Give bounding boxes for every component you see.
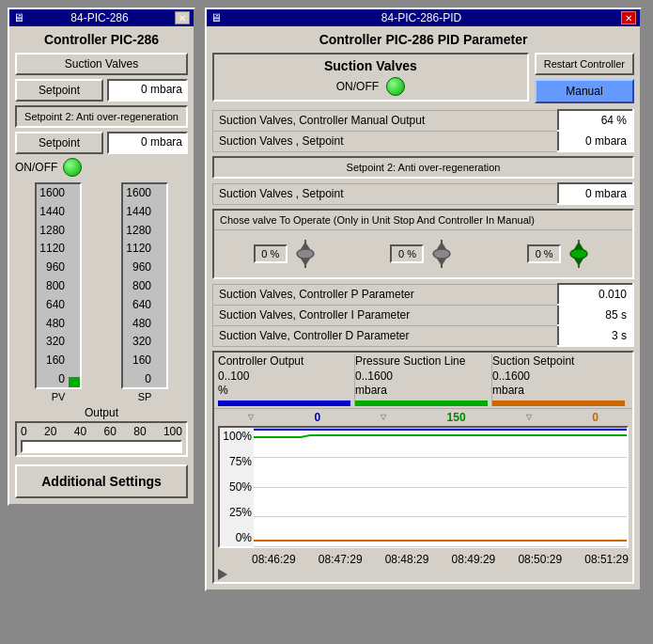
onoff-label: ON/OFF (15, 161, 57, 174)
setpoint2-button[interactable]: Setpoint (15, 132, 103, 154)
data-table-2: Suction Valves , Setpoint 0 mbara (212, 182, 634, 205)
pv-gauge-fill-area (69, 184, 80, 387)
row4-label: Suction Valves, Controller P Parameter (213, 284, 559, 305)
restart-col: Restart Controller Manual (535, 53, 634, 103)
gauge-area: 1600 1440 1280 1120 960 800 640 480 320 … (15, 182, 188, 402)
track-val-1: 0 (314, 411, 320, 424)
output-label: Output (15, 406, 188, 419)
row6-label: Suction Valve, Controller D Parameter (213, 325, 559, 346)
chart-label-col-2: Pressure Suction Line 0..1600 mbara (355, 354, 492, 406)
chart-col1-title: Controller Output (218, 354, 350, 369)
row2-value: 0 mbara (558, 131, 633, 151)
table-row: Suction Valves, Controller I Parameter 8… (213, 305, 634, 325)
onoff-row-right: ON/OFF (218, 77, 523, 96)
right-panel: 🖥 84-PIC-286-PID ✕ Controller PIC-286 PI… (205, 8, 642, 591)
right-close-button[interactable]: ✕ (621, 11, 636, 24)
left-title-bar: 🖥 84-PIC-286 ✕ (9, 9, 194, 26)
setpoint2-label: Setpoint 2: Anti over-regeneration (15, 105, 188, 128)
table-row: Suction Valves , Setpoint 0 mbara (213, 131, 634, 151)
valve3-pct: 0 % (527, 244, 561, 263)
pv-gauge-fill (69, 377, 80, 387)
chart-col2-range: 0..1600 (355, 369, 488, 385)
pv-gauge-ticks: 1600 1440 1280 1120 960 800 640 480 320 … (37, 184, 67, 387)
chart-label-col-3: Suction Setpoint 0..1600 mbara (492, 354, 629, 406)
chart-col2-unit: mbara (355, 384, 488, 399)
svg-marker-2 (301, 242, 310, 249)
chart-x-labels: 08:46:29 08:47:29 08:48:29 08:49:29 08:5… (214, 552, 632, 567)
left-title-bar-text: 84-PIC-286 (70, 11, 128, 24)
left-panel: 🖥 84-PIC-286 ✕ Controller PIC-286 Suctio… (8, 8, 195, 506)
right-title-bar-icon: 🖥 (210, 11, 222, 24)
left-main-title: Controller PIC-286 (15, 32, 188, 47)
track-val-2: 150 (447, 411, 466, 424)
table-row: Suction Valves, Controller P Parameter 0… (213, 284, 634, 305)
triangle1: ▽ (248, 413, 254, 421)
valve2-pct: 0 % (390, 244, 424, 263)
chart-col3-range: 0..1600 (492, 369, 625, 385)
chart-col1-unit: % (218, 384, 350, 399)
setpoint-button[interactable]: Setpoint (15, 79, 103, 102)
manual-button[interactable]: Manual (535, 79, 634, 103)
pv-gauge: 1600 1440 1280 1120 960 800 640 480 320 … (35, 182, 82, 389)
onoff-right-label: ON/OFF (336, 80, 379, 93)
row1-label: Suction Valves, Controller Manual Output (213, 110, 559, 131)
chart-line-indicator-3 (492, 401, 625, 406)
chart-svg (254, 428, 627, 546)
svg-marker-11 (574, 259, 583, 266)
valve3-icon (565, 240, 593, 268)
chart-col2-title: Pressure Suction Line (355, 354, 488, 369)
row2-label: Suction Valves , Setpoint (213, 131, 559, 151)
right-title-bar: 🖥 84-PIC-286-PID ✕ (207, 9, 640, 26)
chart-section: Controller Output 0..100 % Pressure Suct… (212, 351, 634, 584)
data-table-1: Suction Valves, Controller Manual Output… (212, 109, 634, 152)
svg-marker-3 (301, 259, 310, 266)
row1-value: 64 % (558, 110, 633, 131)
svg-point-1 (297, 249, 314, 259)
table-row: Suction Valves , Setpoint 0 mbara (213, 183, 634, 204)
output-section: Output 0 20 40 60 80 100 (15, 406, 188, 457)
valve1-pct: 0 % (254, 244, 288, 263)
chart-y-labels: 100% 75% 50% 25% 0% (220, 428, 254, 546)
suction-box: Suction Valves ON/OFF (212, 53, 529, 102)
chart-line-indicator-1 (218, 401, 350, 406)
row5-label: Suction Valves, Controller I Parameter (213, 305, 559, 325)
row3-label: Suction Valves , Setpoint (213, 183, 559, 204)
valve-item-1: 0 % (254, 240, 319, 268)
svg-marker-10 (574, 242, 583, 249)
suction-header-row: Suction Valves ON/OFF Restart Controller… (212, 53, 634, 103)
valve-section: Chose valve To Operate (Only in Unit Sto… (212, 209, 634, 279)
output-bar-container (21, 440, 182, 453)
left-title-bar-icon: 🖥 (13, 11, 24, 24)
chart-tracking-row: ▽ 0 ▽ 150 ▽ 0 (214, 408, 632, 426)
section2-header: Setpoint 2: Anti over-regeneration (212, 156, 634, 179)
row3-value: 0 mbara (558, 183, 633, 204)
chart-col1-range: 0..100 (218, 369, 350, 385)
play-icon[interactable] (218, 569, 229, 580)
triangle3: ▽ (526, 413, 532, 421)
sp-gauge-fill-area (155, 184, 166, 387)
triangle2: ▽ (381, 413, 386, 421)
row6-value: 3 s (558, 325, 633, 346)
chart-plot (254, 428, 627, 546)
row5-value: 85 s (558, 305, 633, 325)
onoff-indicator (63, 158, 82, 177)
chart-labels: Controller Output 0..100 % Pressure Suct… (214, 353, 632, 408)
valve-item-3: 0 % (527, 240, 593, 268)
left-close-button[interactable]: ✕ (175, 11, 190, 24)
onoff-right-indicator (386, 77, 405, 96)
svg-point-9 (570, 249, 587, 259)
additional-settings-button[interactable]: Additional Settings (15, 464, 188, 498)
setpoint-value: 0 mbara (107, 79, 188, 102)
suction-valves-button[interactable]: Suction Valves (15, 53, 188, 75)
output-scale: 0 20 40 60 80 100 (15, 421, 188, 457)
valve-section-title: Chose valve To Operate (Only in Unit Sto… (214, 211, 632, 230)
chart-bottom-bar (214, 567, 632, 582)
sp-gauge: 1600 1440 1280 1120 960 800 640 480 320 … (121, 182, 168, 389)
grid-line-5 (254, 546, 627, 547)
svg-marker-6 (437, 242, 446, 249)
valve-controls: 0 % 0 % (214, 230, 632, 277)
data-table-3: Suction Valves, Controller P Parameter 0… (212, 283, 634, 347)
svg-point-5 (433, 249, 450, 259)
restart-controller-button[interactable]: Restart Controller (535, 53, 634, 75)
pv-label: PV (52, 391, 66, 402)
